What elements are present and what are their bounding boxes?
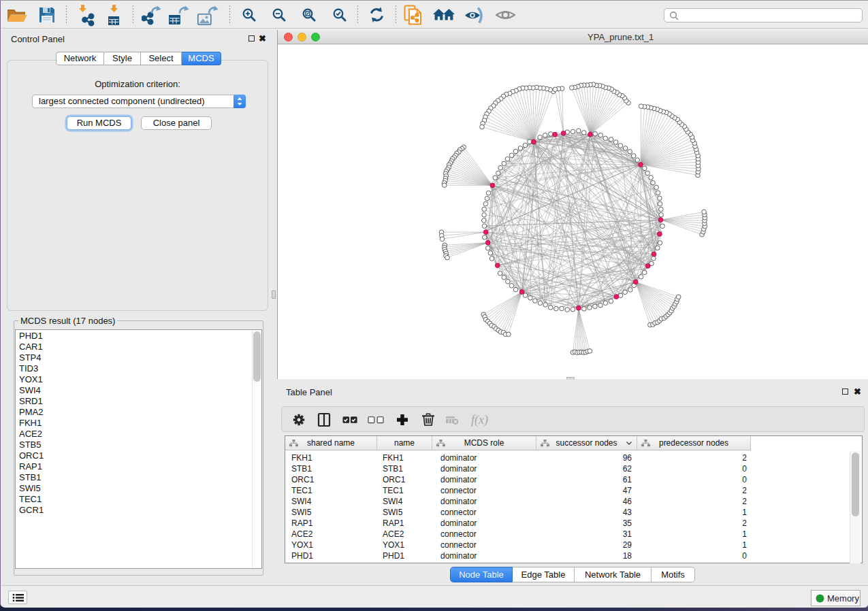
- svg-text:f(x): f(x): [471, 413, 488, 427]
